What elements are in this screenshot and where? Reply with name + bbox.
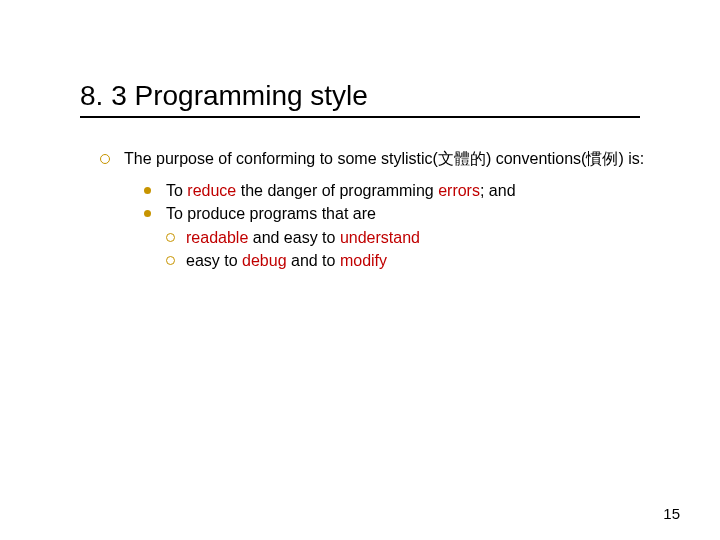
s1-readable: readable (186, 229, 248, 246)
purpose-text-3: ) is: (618, 150, 644, 167)
page-number: 15 (663, 505, 680, 522)
subbullet-readable: readable and easy to understand (166, 227, 660, 249)
b1-errors: errors (438, 182, 480, 199)
s2-modify: modify (340, 252, 387, 269)
purpose-text-2: ) conventions( (486, 150, 587, 167)
bullet-purpose: The purpose of conforming to some stylis… (100, 148, 660, 170)
purpose-text-1: The purpose of conforming to some stylis… (124, 150, 438, 167)
bullet-produce-programs: To produce programs that are (144, 203, 660, 225)
s2-t1: easy to (186, 252, 242, 269)
title-underline (80, 116, 640, 118)
slide-content: The purpose of conforming to some stylis… (80, 148, 660, 272)
subbullet-debug-modify: easy to debug and to modify (166, 250, 660, 272)
s1-understand: understand (340, 229, 420, 246)
purpose-cjk-2: 慣例 (586, 150, 618, 167)
b1-t2: the danger of programming (236, 182, 438, 199)
slide-title: 8. 3 Programming style (80, 80, 660, 112)
bullet-reduce-errors: To reduce the danger of programming erro… (144, 180, 660, 202)
purpose-cjk-1: 文體的 (438, 150, 486, 167)
b2-text: To produce programs that are (166, 205, 376, 222)
b1-t3: ; and (480, 182, 516, 199)
s2-t2: and to (287, 252, 340, 269)
s1-t1: and easy to (248, 229, 340, 246)
slide: 8. 3 Programming style The purpose of co… (0, 0, 720, 540)
b1-reduce: reduce (187, 182, 236, 199)
b1-t1: To (166, 182, 187, 199)
s2-debug: debug (242, 252, 287, 269)
